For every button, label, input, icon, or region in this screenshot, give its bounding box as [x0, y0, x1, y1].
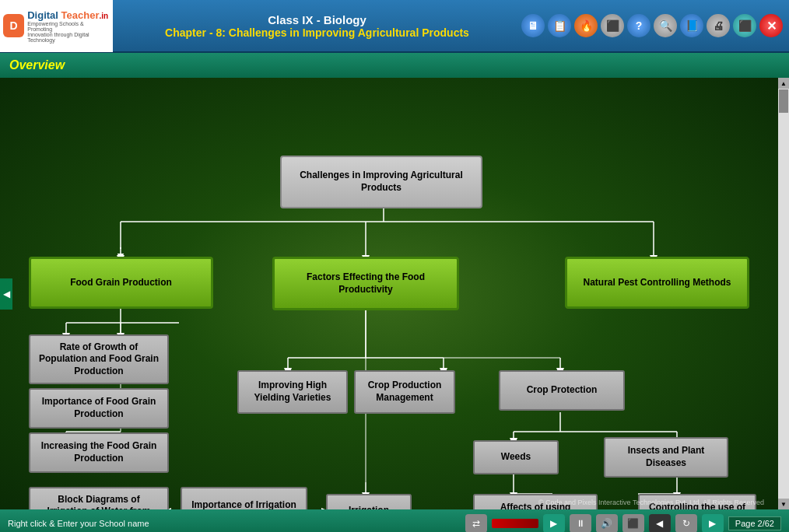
node-food-grain: Food Grain Production [29, 257, 213, 309]
node-factors: Factors Effecting the Food Productivity [272, 257, 459, 310]
toolbar-btn-2[interactable]: 📋 [548, 14, 571, 37]
toolbar-btn-close[interactable]: ✕ [759, 14, 783, 37]
node-crop-prot: Crop Protection [499, 370, 625, 411]
logo-brand: Digital Teacher.in [27, 9, 110, 21]
left-nav-button[interactable]: ◀ [0, 278, 12, 310]
node-weeds: Weeds [473, 440, 559, 474]
footer-controls: ⇄ ▶ ⏸ 🔊 ⬛ ◀ ↻ ▶ Page 2/62 [465, 514, 781, 532]
node-irrigation: Irrigation [326, 494, 412, 509]
footer-btn-next[interactable]: ▶ [702, 514, 724, 532]
node-importance: Importance of Food Grain Production [29, 388, 169, 429]
logo-sub2: Innovation through Digital Technology [27, 32, 110, 43]
header: D Digital Teacher.in Empowering Schools … [0, 0, 789, 53]
scroll-track [778, 89, 789, 499]
footer: Right click & Enter your School name ⇄ ▶… [0, 509, 789, 532]
node-high-yield: Improving High Yielding Varieties [237, 370, 348, 414]
footer-btn-pause[interactable]: ⏸ [570, 514, 591, 532]
footer-btn-refresh[interactable]: ↻ [675, 514, 697, 532]
node-crop-prod: Crop Production Management [354, 370, 455, 414]
logo-sub1: Empowering Schools & Promoting [27, 21, 110, 32]
footer-text: Right click & Enter your School name [8, 519, 465, 528]
main-content: Challenges in Improving Agricultural Pro… [0, 78, 778, 509]
toolbar-btn-4[interactable]: ⬛ [601, 14, 624, 37]
footer-btn-screen[interactable]: ⬛ [622, 514, 644, 532]
scroll-up-button[interactable]: ▲ [778, 78, 789, 89]
footer-progress-bar [492, 519, 538, 528]
node-increasing: Increasing the Food Grain Production [29, 432, 169, 473]
scroll-thumb[interactable] [779, 89, 788, 113]
toolbar-btn-1[interactable]: 🖥 [521, 14, 545, 37]
header-line1: Class IX - Biology [113, 13, 521, 26]
footer-btn-volume[interactable]: 🔊 [596, 514, 618, 532]
footer-btn-switch[interactable]: ⇄ [465, 514, 487, 532]
toolbar-btn-print[interactable]: 🖨 [707, 14, 730, 37]
node-root: Challenges in Improving Agricultural Pro… [280, 156, 482, 208]
header-line2: Chapter - 8: Challenges in Improving Agr… [113, 26, 521, 39]
node-block: Block Diagrams of Irrigation of Water fr… [29, 487, 169, 509]
node-insects: Insects and Plant Diseases [604, 437, 728, 478]
toolbar-btn-search[interactable]: 🔍 [654, 14, 677, 37]
footer-btn-play[interactable]: ▶ [543, 514, 565, 532]
overview-bar: Overview [0, 53, 789, 78]
toolbar-btn-help[interactable]: ? [627, 14, 650, 37]
node-pest: Natural Pest Controlling Methods [565, 257, 749, 309]
scrollbar[interactable]: ▲ ▼ [778, 78, 789, 509]
footer-btn-prev[interactable]: ◀ [649, 514, 671, 532]
copyright: © Code and Pixels Interactive Technologi… [538, 499, 764, 506]
node-rate: Rate of Growth of Population and Food Gr… [29, 334, 169, 384]
page-indicator: Page 2/62 [728, 516, 781, 530]
logo-area: D Digital Teacher.in Empowering Schools … [0, 0, 113, 52]
toolbar-btn-book[interactable]: 📘 [680, 14, 703, 37]
toolbar-btn-extra[interactable]: ⬛ [733, 14, 756, 37]
node-importance-irrig: Importance of Irrigation on Crop Yields [181, 487, 307, 509]
toolbar-btn-3[interactable]: 🔥 [574, 14, 598, 37]
scroll-down-button[interactable]: ▼ [778, 499, 789, 509]
header-title: Class IX - Biology Chapter - 8: Challeng… [113, 13, 521, 39]
overview-label: Overview [9, 58, 65, 72]
toolbar-icons: 🖥 📋 🔥 ⬛ ? 🔍 📘 🖨 ⬛ ✕ [521, 14, 789, 37]
